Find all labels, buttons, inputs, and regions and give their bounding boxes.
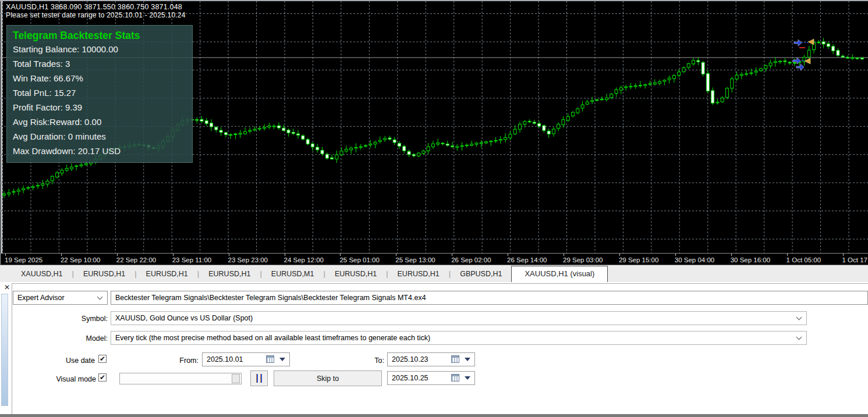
use-date-label: Use date [23, 357, 95, 365]
chart-tab[interactable]: EURUSD,H1 [199, 267, 260, 281]
strategy-tester-panel: ✕ Expert Advisor Becktester Telegram Sig… [0, 282, 868, 415]
axis-tick [452, 254, 452, 256]
pause-button[interactable] [250, 370, 268, 386]
ea-type-value: Expert Advisor [17, 294, 65, 302]
skip-to-button[interactable]: Skip to [274, 370, 382, 386]
stats-line: Total PnL: 15.27 [13, 85, 192, 100]
stats-line: Profit Factor: 9.39 [13, 100, 192, 115]
axis-label: 24 Sep 12:00 [284, 256, 324, 263]
ea-path-field[interactable]: Becktester Telegram Signals\Becktester T… [111, 291, 868, 305]
axis-tick [508, 254, 508, 256]
tester-side-strip[interactable] [1, 294, 8, 406]
axis-label: 22 Sep 10:00 [61, 256, 100, 263]
axis-tick [117, 254, 118, 256]
axis-label: 29 Sep 03:00 [563, 256, 603, 263]
chevron-down-icon [796, 315, 802, 320]
axis-tick [675, 254, 676, 256]
axis-tick [173, 254, 173, 256]
axis-label: 19 Sep 2025 [5, 256, 42, 263]
stats-lines: Starting Balance: 10000.00Total Trades: … [13, 42, 192, 158]
stats-line: Max Drawdown: 20.17 USD [13, 144, 192, 158]
from-label: From: [140, 357, 199, 365]
mt4-strategy-tester-screen: XAUUSD,H1 3868.090 3871.550 3860.750 387… [0, 0, 868, 417]
axis-tick [787, 254, 788, 256]
symbol-value: XAUUSD, Gold Ounce vs US Dollar (Spot) [115, 314, 253, 322]
model-label: Model: [35, 334, 108, 343]
axis-tick [340, 254, 341, 256]
time-axis[interactable]: 19 Sep 202522 Sep 10:0022 Sep 22:0023 Se… [1, 253, 868, 266]
chart-tab[interactable]: XAUUSD,H1 [12, 267, 72, 281]
axis-label: 1 Oct 17:00 [842, 256, 868, 263]
ea-type-select[interactable]: Expert Advisor [13, 291, 108, 305]
stats-line: Avg Duration: 0 minutes [13, 129, 192, 144]
axis-label: 23 Sep 11:00 [172, 256, 212, 263]
chart-comment: Please set tester date range to 2025.10.… [6, 11, 186, 19]
symbol-select[interactable]: XAUUSD, Gold Ounce vs US Dollar (Spot) [111, 311, 807, 325]
axis-tick [229, 254, 229, 256]
axis-label: 25 Sep 01:00 [339, 256, 379, 263]
axis-tick [5, 254, 6, 256]
skip-to-label: Skip to [317, 375, 339, 383]
chart-tab[interactable]: EURUSD,M1 [262, 267, 324, 281]
from-date-value: 2025.10.01 [207, 355, 243, 363]
dropdown-arrow-icon[interactable] [465, 376, 470, 380]
chart-tab[interactable]: EURUSD,H1 [325, 267, 386, 281]
axis-tick [396, 254, 396, 256]
stats-line: Starting Balance: 10000.00 [13, 42, 192, 56]
visual-mode-label: Visual mode [23, 375, 96, 383]
stats-line: Avg Risk:Reward: 0.00 [13, 115, 192, 129]
chevron-down-icon [796, 334, 802, 340]
visual-mode-checkbox[interactable]: ✔ [98, 373, 107, 382]
skip-to-date-value: 2025.10.25 [392, 374, 428, 382]
pause-icon [256, 374, 262, 383]
chart-tab[interactable]: EURUSD,H1 [137, 267, 197, 281]
axis-tick [564, 254, 564, 256]
chart-symbol-ohlc: XAUUSD,H1 3868.090 3871.550 3860.750 387… [6, 3, 182, 11]
to-date-value: 2025.10.23 [392, 355, 428, 363]
chart-tab[interactable]: EURUSD,H1 [74, 267, 134, 281]
chart-tab-active[interactable]: XAUUSD,H1 (visual) [511, 266, 608, 283]
stats-title: Telegram Backtester Stats [13, 30, 192, 42]
dropdown-arrow-icon[interactable] [465, 358, 470, 361]
axis-tick [619, 254, 620, 256]
visual-speed-slider[interactable] [119, 373, 242, 384]
chart-tab-bar: XAUUSD,H1|EURUSD,H1|EURUSD,H1|EURUSD,H1|… [0, 265, 868, 282]
model-select[interactable]: Every tick (the most precise method base… [111, 331, 807, 345]
calendar-icon [266, 355, 274, 363]
axis-tick [285, 254, 285, 256]
stats-line: Total Trades: 3 [13, 56, 192, 71]
axis-label: 1 Oct 05:00 [786, 256, 821, 263]
axis-label: 30 Sep 04:00 [675, 256, 714, 263]
axis-label: 29 Sep 15:00 [619, 256, 658, 263]
axis-label: 26 Sep 14:00 [507, 256, 547, 263]
axis-label: 26 Sep 02:00 [451, 256, 491, 263]
axis-label: 25 Sep 13:00 [395, 256, 435, 263]
chart-tab[interactable]: GBPUSD,H1 [451, 267, 511, 281]
chart-tab[interactable]: EURUSD,H1 [388, 267, 449, 281]
axis-label: 30 Sep 16:00 [731, 256, 770, 263]
symbol-label: Symbol: [35, 315, 108, 323]
axis-tick [61, 254, 62, 256]
to-label: To: [326, 357, 384, 365]
backtester-stats-panel: Telegram Backtester Stats Starting Balan… [6, 25, 193, 163]
close-icon[interactable]: ✕ [3, 283, 11, 291]
calendar-icon [451, 355, 459, 363]
model-value: Every tick (the most precise method base… [115, 334, 430, 342]
axis-tick [731, 254, 732, 256]
from-date-field[interactable]: 2025.10.01 [202, 352, 290, 366]
chart-window: XAUUSD,H1 3868.090 3871.550 3860.750 387… [0, 0, 868, 265]
axis-tick [843, 254, 844, 256]
ea-path-value: Becktester Telegram Signals\Becktester T… [115, 294, 426, 302]
chevron-down-icon [97, 294, 103, 300]
skip-to-date-field[interactable]: 2025.10.25 [387, 371, 475, 385]
use-date-checkbox[interactable]: ✔ [98, 355, 107, 363]
slider-thumb[interactable] [232, 374, 240, 383]
to-date-field[interactable]: 2025.10.23 [387, 352, 475, 366]
stats-line: Win Rate: 66.67% [13, 71, 192, 85]
calendar-icon [451, 374, 459, 382]
axis-label: 23 Sep 23:00 [228, 256, 268, 263]
dropdown-arrow-icon[interactable] [279, 358, 285, 361]
axis-label: 22 Sep 22:00 [116, 256, 156, 263]
window-resize-edge[interactable] [0, 414, 868, 417]
